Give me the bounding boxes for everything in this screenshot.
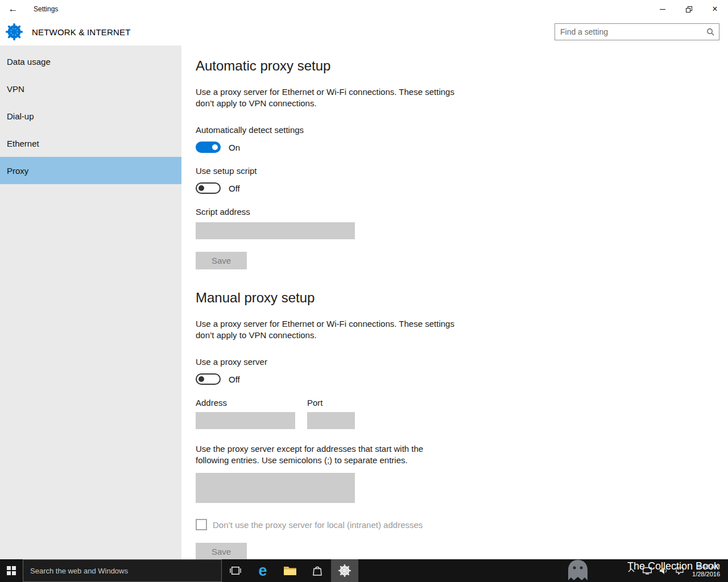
script-address-input[interactable] (196, 222, 355, 239)
settings-gear-icon (338, 564, 351, 577)
port-input[interactable] (307, 412, 355, 429)
settings-gear-icon (6, 23, 23, 40)
manual-proxy-heading: Manual proxy setup (196, 290, 728, 306)
restore-icon (686, 6, 692, 13)
file-explorer-icon (283, 566, 297, 576)
clock-date: 1/28/2016 (692, 571, 720, 578)
find-setting-input[interactable] (555, 24, 702, 40)
sidebar-item-vpn[interactable]: VPN (0, 75, 181, 102)
taskbar-searchbox (23, 559, 222, 582)
toggle-knob (212, 144, 218, 150)
setup-script-toggle[interactable] (196, 182, 221, 194)
windows-logo-icon (7, 566, 16, 575)
use-proxy-server-label: Use a proxy server (196, 357, 728, 367)
minimize-button[interactable] (650, 0, 676, 18)
sidebar-item-proxy[interactable]: Proxy (0, 157, 181, 184)
task-view-button[interactable] (222, 559, 249, 582)
titlebar: ← Settings × (0, 0, 728, 18)
automatic-save-button[interactable]: Save (196, 252, 247, 269)
speaker-icon (660, 567, 668, 574)
main-content: Automatic proxy setup Use a proxy server… (181, 45, 728, 559)
minimize-icon (660, 9, 665, 10)
back-arrow-icon: ← (9, 3, 18, 15)
port-column: Port (307, 398, 355, 429)
network-icon (643, 567, 652, 575)
address-column: Address (196, 398, 295, 429)
use-proxy-toggle-row: Off (196, 373, 728, 385)
proxy-exceptions-input[interactable] (196, 473, 355, 503)
tray-action-center-button[interactable] (672, 559, 688, 582)
find-setting-searchbox (555, 23, 719, 40)
automatic-proxy-heading: Automatic proxy setup (196, 58, 728, 74)
setup-script-toggle-row: Off (196, 182, 728, 194)
file-explorer-button[interactable] (276, 559, 304, 582)
taskbar: e (0, 559, 728, 582)
store-bag-icon (312, 565, 323, 576)
manual-save-button[interactable]: Save (196, 543, 247, 559)
detect-settings-toggle-row: On (196, 142, 728, 153)
manual-proxy-description: Use a proxy server for Ethernet or Wi-Fi… (196, 318, 474, 341)
local-addresses-checkbox-row: Don’t use the proxy server for local (in… (196, 519, 728, 530)
store-button[interactable] (304, 559, 331, 582)
tray-show-hidden-icons-button[interactable] (624, 559, 639, 582)
page-title: NETWORK & INTERNET (32, 27, 131, 37)
taskbar-clock[interactable]: 9:43 AM 1/28/2016 (688, 563, 723, 578)
use-proxy-server-state: Off (229, 375, 240, 384)
search-icon (706, 28, 714, 36)
search-button[interactable] (702, 24, 719, 40)
app-header: NETWORK & INTERNET (0, 18, 728, 45)
setup-script-state: Off (229, 184, 240, 193)
address-port-row: Address Port (196, 398, 728, 429)
proxy-exceptions-text: Use the proxy server except for addresse… (196, 443, 446, 466)
back-button[interactable]: ← (0, 0, 26, 18)
address-input[interactable] (196, 412, 295, 429)
automatic-proxy-description: Use a proxy server for Ethernet or Wi-Fi… (196, 86, 474, 109)
start-button[interactable] (0, 559, 23, 582)
sidebar: Data usage VPN Dial-up Ethernet Proxy (0, 45, 181, 559)
chevron-up-icon (628, 568, 635, 573)
local-addresses-checkbox[interactable] (196, 519, 207, 530)
detect-settings-toggle[interactable] (196, 142, 221, 153)
address-label: Address (196, 398, 295, 408)
detect-settings-label: Automatically detect settings (196, 125, 728, 135)
task-view-icon (229, 566, 242, 576)
toggle-knob (198, 185, 204, 191)
action-center-icon (676, 567, 684, 575)
edge-icon: e (258, 563, 267, 579)
window-title: Settings (34, 5, 58, 13)
toggle-knob (198, 376, 204, 382)
clock-time: 9:43 AM (692, 563, 720, 571)
use-proxy-server-toggle[interactable] (196, 373, 221, 385)
system-tray: 9:43 AM 1/28/2016 (624, 559, 728, 582)
local-addresses-checkbox-label: Don’t use the proxy server for local (in… (213, 520, 423, 530)
port-label: Port (307, 398, 355, 408)
settings-app-button[interactable] (331, 559, 358, 582)
window-controls: × (650, 0, 728, 18)
tray-network-button[interactable] (639, 559, 656, 582)
detect-settings-state: On (229, 143, 240, 152)
maximize-restore-button[interactable] (676, 0, 702, 18)
tray-volume-button[interactable] (656, 559, 672, 582)
taskbar-search-input[interactable] (23, 560, 221, 581)
sidebar-item-data-usage[interactable]: Data usage (0, 48, 181, 75)
sidebar-item-ethernet[interactable]: Ethernet (0, 130, 181, 157)
edge-browser-button[interactable]: e (249, 559, 276, 582)
setup-script-label: Use setup script (196, 166, 728, 176)
sidebar-item-dial-up[interactable]: Dial-up (0, 102, 181, 130)
script-address-label: Script address (196, 207, 728, 217)
close-button[interactable]: × (702, 0, 728, 18)
app-body: Data usage VPN Dial-up Ethernet Proxy Au… (0, 45, 728, 559)
close-icon: × (712, 5, 717, 14)
